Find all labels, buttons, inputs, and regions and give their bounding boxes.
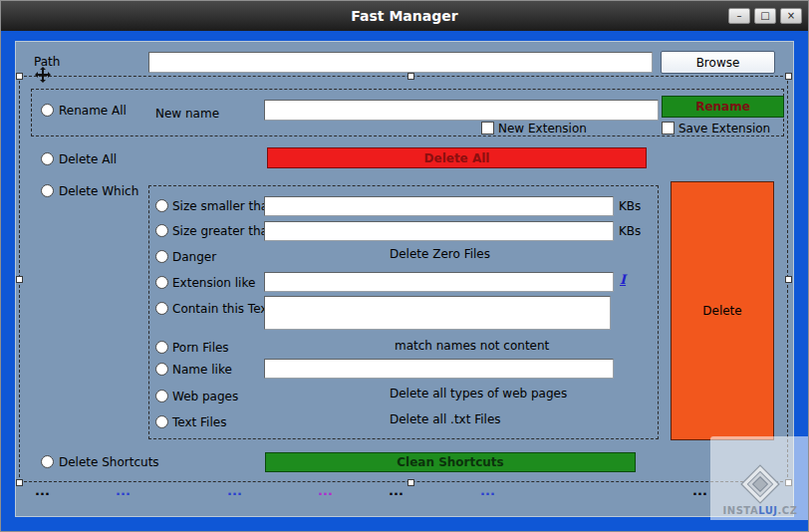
diamond-logo-icon [739, 463, 781, 505]
window: Fast Manager – □ × Path Browse Rename Al… [0, 0, 809, 532]
watermark: INSTALUJ.CZ [710, 436, 809, 520]
name-like-radio[interactable] [155, 363, 168, 376]
browse-button[interactable]: Browse [661, 51, 775, 74]
size-smaller-unit: KBs [619, 199, 641, 213]
delete-which-radio[interactable] [41, 184, 54, 197]
size-greater-input[interactable] [264, 221, 614, 241]
status-dots: ... [480, 483, 495, 498]
delete-shortcuts-radio[interactable] [41, 455, 54, 468]
size-smaller-radio[interactable] [155, 199, 168, 212]
status-dots: ... [692, 483, 707, 498]
extension-info-link[interactable]: I [620, 272, 626, 287]
status-slot: ... [480, 480, 495, 499]
window-title: Fast Manager [1, 8, 808, 24]
new-extension-label: New Extension [498, 122, 587, 135]
name-like-label: Name like [172, 363, 232, 377]
danger-radio[interactable] [155, 250, 168, 263]
size-smaller-label: Size smaller than [172, 199, 276, 213]
selection-handle[interactable] [407, 73, 414, 80]
danger-info: Delete Zero Files [390, 247, 490, 261]
contain-text-input[interactable] [264, 296, 611, 330]
delete-all-label: Delete All [59, 152, 117, 166]
text-files-label: Text Files [172, 415, 226, 429]
minimize-button[interactable]: – [728, 8, 750, 24]
status-slot: ... [116, 480, 131, 499]
porn-files-radio[interactable] [155, 341, 168, 354]
new-name-label: New name [155, 107, 219, 121]
maximize-button[interactable]: □ [754, 8, 776, 24]
clean-shortcuts-button[interactable]: Clean Shortcuts [265, 452, 636, 472]
status-dots: ... [318, 483, 333, 498]
porn-files-label: Porn Files [172, 341, 229, 355]
status-dots: ... [116, 483, 131, 498]
watermark-part2: LUJ [758, 505, 777, 516]
porn-files-info: match names not content [395, 339, 549, 353]
status-slot: ... [692, 480, 707, 499]
size-greater-label: Size greater than [172, 224, 276, 238]
text-files-info: Delete all .txt Files [390, 412, 501, 426]
status-slot: ... [389, 480, 404, 499]
rename-button[interactable]: Rename [662, 96, 784, 118]
contain-text-label: Contain this Text [172, 302, 272, 316]
selection-handle[interactable] [785, 276, 792, 283]
name-like-input[interactable] [264, 359, 614, 379]
watermark-text: INSTALUJ.CZ [723, 505, 798, 516]
status-dots: ... [389, 483, 404, 498]
watermark-part3: .CZ [778, 505, 798, 516]
selection-handle[interactable] [785, 73, 792, 80]
web-pages-radio[interactable] [155, 390, 168, 402]
size-greater-radio[interactable] [155, 224, 168, 237]
window-controls: – □ × [728, 8, 802, 24]
delete-which-label: Delete Which [59, 184, 138, 198]
web-pages-info: Delete all types of web pages [390, 387, 567, 400]
save-extension-label: Save Extension [678, 122, 770, 135]
new-name-input[interactable] [264, 100, 659, 121]
titlebar: Fast Manager – □ × [1, 1, 808, 31]
move-handle-icon[interactable] [35, 67, 51, 83]
delete-shortcuts-label: Delete Shortcuts [59, 455, 159, 469]
extension-like-label: Extension like [172, 276, 255, 290]
status-slot: ... [35, 480, 50, 499]
save-extension-checkbox[interactable] [662, 122, 674, 134]
status-dots: ... [227, 483, 242, 498]
text-files-radio[interactable] [155, 415, 168, 428]
size-greater-unit: KBs [619, 224, 641, 238]
extension-like-input[interactable] [264, 272, 614, 292]
extension-like-radio[interactable] [155, 276, 168, 289]
status-dots: ... [35, 483, 50, 498]
new-extension-checkbox[interactable] [481, 122, 494, 134]
status-slot: ... [318, 480, 333, 499]
contain-text-radio[interactable] [155, 302, 168, 315]
web-pages-label: Web pages [172, 390, 238, 403]
size-smaller-input[interactable] [264, 196, 614, 216]
selection-handle[interactable] [16, 276, 23, 283]
danger-label: Danger [172, 250, 216, 264]
close-button[interactable]: × [780, 8, 802, 24]
rename-all-radio[interactable] [41, 104, 54, 117]
selection-handle[interactable] [407, 479, 414, 486]
delete-button[interactable]: Delete [671, 181, 774, 440]
selection-handle[interactable] [16, 479, 23, 486]
rename-all-label: Rename All [59, 104, 127, 118]
status-slot: ... [227, 480, 242, 499]
watermark-part1: INSTA [723, 505, 759, 516]
selection-handle[interactable] [16, 73, 23, 80]
delete-all-button[interactable]: Delete All [267, 147, 647, 168]
path-input[interactable] [148, 52, 653, 73]
delete-all-radio[interactable] [41, 152, 54, 165]
